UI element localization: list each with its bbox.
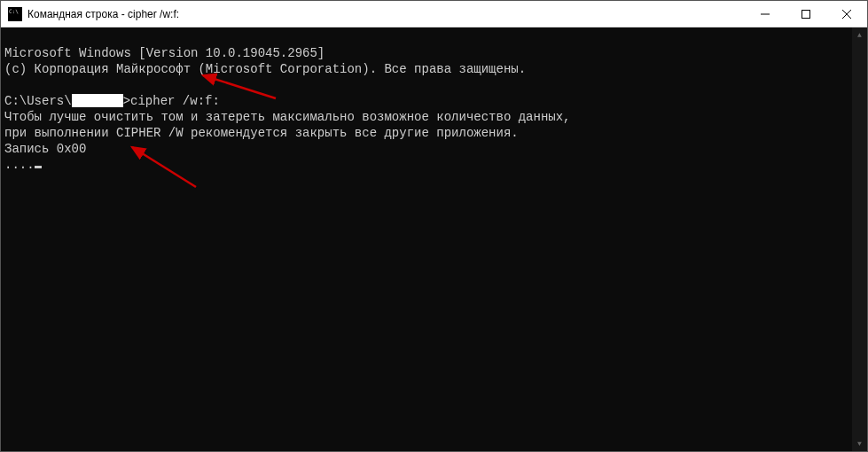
output-line: Чтобы лучше очистить том и затереть макс…	[4, 110, 571, 124]
output-dots: ....	[4, 158, 35, 172]
titlebar[interactable]: Командная строка - cipher /w:f:	[1, 1, 867, 27]
terminal-content: Microsoft Windows [Version 10.0.19045.29…	[4, 29, 864, 173]
prompt-prefix: C:\Users\	[4, 94, 72, 108]
scroll-up-icon[interactable]: ▲	[852, 27, 867, 43]
output-line: (c) Корпорация Майкрософт (Microsoft Cor…	[4, 62, 526, 76]
cursor-icon	[35, 166, 42, 168]
output-line: при выполнении CIPHER /W рекомендуется з…	[4, 126, 519, 140]
output-line: Запись 0x00	[4, 142, 86, 156]
terminal-area[interactable]: Microsoft Windows [Version 10.0.19045.29…	[1, 27, 867, 451]
redacted-username	[72, 94, 123, 107]
maximize-button[interactable]	[786, 1, 826, 27]
output-line: Microsoft Windows [Version 10.0.19045.29…	[4, 46, 325, 60]
minimize-button[interactable]	[745, 1, 786, 27]
prompt-command: >cipher /w:f:	[123, 94, 220, 108]
command-prompt-window: Командная строка - cipher /w:f: Microsof…	[0, 0, 868, 452]
window-controls	[745, 1, 867, 27]
cmd-icon	[8, 7, 22, 21]
svg-rect-1	[802, 10, 810, 18]
scroll-down-icon[interactable]: ▼	[852, 436, 867, 451]
close-button[interactable]	[826, 1, 867, 27]
window-title: Командная строка - cipher /w:f:	[27, 8, 745, 20]
vertical-scrollbar[interactable]: ▲ ▼	[852, 27, 867, 451]
